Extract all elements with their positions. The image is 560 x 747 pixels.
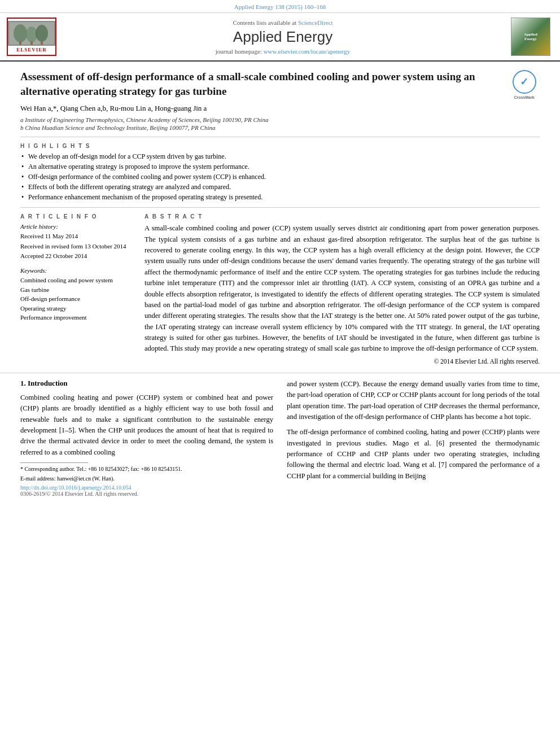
article-info-col: A R T I C L E I N F O Article history: R… — [20, 213, 133, 365]
science-direct-prefix: Contents lists available at — [233, 19, 298, 26]
abstract-text: A small-scale combined cooling and power… — [145, 223, 540, 355]
body-two-col: 1. Introduction Combined cooling heating… — [20, 379, 540, 497]
intro-paragraph-2: and power system (CCP). Because the ener… — [287, 379, 540, 423]
accepted-date: Accepted 22 October 2014 — [20, 251, 133, 261]
footnote-email: E-mail address: hanwei@iet.cn (W. Han). — [20, 475, 273, 483]
homepage-url[interactable]: www.elsevier.com/locate/apenergy — [264, 48, 351, 55]
body-content: 1. Introduction Combined cooling heating… — [0, 373, 560, 505]
svg-rect-4 — [19, 41, 21, 45]
elsevier-logo: ELSEVIER — [7, 18, 58, 56]
svg-point-2 — [26, 27, 37, 42]
journal-badge: AppliedEnergy — [508, 18, 553, 56]
authors-line: Wei Han a,*, Qiang Chen a,b, Ru-mou Lin … — [20, 104, 540, 113]
highlight-item-3: Off-design performance of the combined c… — [20, 173, 540, 181]
divider-1 — [20, 137, 540, 137]
footnote-corresponding: * Corresponding author. Tel.: +86 10 825… — [20, 465, 273, 473]
svg-point-3 — [36, 25, 48, 42]
article-history: Article history: Received 11 May 2014 Re… — [20, 223, 133, 261]
abstract-header: A B S T R A C T — [145, 213, 540, 220]
copyright-text: © 2014 Elsevier Ltd. All rights reserved… — [145, 358, 540, 365]
keyword-5: Performance improvement — [20, 313, 133, 322]
highlight-item-2: An alternative operating strategy is pro… — [20, 163, 540, 171]
svg-rect-5 — [30, 41, 33, 45]
history-label: Article history: — [20, 223, 133, 230]
keyword-4: Operating strategy — [20, 304, 133, 313]
crossmark-label: CrossMark — [514, 95, 534, 100]
svg-point-1 — [14, 24, 27, 42]
article-info-abstract: A R T I C L E I N F O Article history: R… — [20, 213, 540, 365]
homepage-prefix: journal homepage: — [216, 48, 264, 55]
highlight-item-5: Performance enhancement mechanism of the… — [20, 193, 540, 202]
keywords-label: Keywords: — [20, 267, 133, 274]
keywords-section: Keywords: Combined cooling and power sys… — [20, 267, 133, 322]
received-date: Received 11 May 2014 — [20, 231, 133, 242]
keyword-3: Off-design performance — [20, 294, 133, 304]
badge-label: AppliedEnergy — [524, 32, 537, 42]
affiliation-a: a Institute of Engineering Thermophysics… — [20, 116, 540, 123]
keyword-2: Gas turbine — [20, 285, 133, 295]
highlights-header: H I G H L I G H T S — [20, 143, 540, 149]
journal-info: Contents lists available at ScienceDirec… — [58, 19, 508, 55]
intro-p1-text: Combined cooling heating and power (CCHP… — [20, 394, 273, 456]
journal-title: Applied Energy — [63, 28, 502, 46]
applied-energy-badge-image: AppliedEnergy — [511, 18, 550, 56]
highlights-list: We develop an off-design model for a CCP… — [20, 152, 540, 202]
journal-citation: Applied Energy 138 (2015) 160–168 — [234, 3, 326, 10]
keyword-1: Combined cooling and power system — [20, 276, 133, 285]
affiliation-b: b China Huadian Science and Technology I… — [20, 124, 540, 131]
article-info-header: A R T I C L E I N F O — [20, 213, 133, 220]
divider-2 — [20, 207, 540, 208]
article-title: Assessment of off-design performance of … — [20, 69, 540, 98]
footnote-divider — [20, 462, 88, 463]
highlight-item-4: Effects of both the different operating … — [20, 183, 540, 191]
body-col-right: and power system (CCP). Because the ener… — [287, 379, 540, 497]
highlight-item-1: We develop an off-design model for a CCP… — [20, 152, 540, 161]
footer-doi-link[interactable]: http://dx.doi.org/10.1016/j.apenergy.201… — [20, 484, 131, 491]
abstract-col: A B S T R A C T A small-scale combined c… — [145, 213, 540, 365]
intro-paragraph-1: Combined cooling heating and power (CCHP… — [20, 392, 273, 458]
journal-homepage: journal homepage: www.elsevier.com/locat… — [63, 48, 502, 55]
elsevier-text: ELSEVIER — [16, 47, 47, 53]
crossmark-icon: ✓ — [513, 70, 536, 94]
science-direct-link[interactable]: ScienceDirect — [298, 19, 333, 26]
journal-bar: Applied Energy 138 (2015) 160–168 — [0, 0, 560, 13]
footer-issn: 0306-2619/© 2014 Elsevier Ltd. All right… — [20, 491, 273, 497]
intro-paragraph-3: The off-design performance of combined c… — [287, 427, 540, 482]
received-revised-date: Received in revised form 13 October 2014 — [20, 242, 133, 252]
journal-header: ELSEVIER Contents lists available at Sci… — [0, 13, 560, 62]
article-main: Assessment of off-design performance of … — [0, 62, 560, 373]
crossmark-badge: ✓ CrossMark — [509, 69, 540, 101]
svg-rect-6 — [41, 41, 43, 45]
intro-section-title: 1. Introduction — [20, 379, 273, 388]
title-text: Assessment of off-design performance of … — [20, 71, 475, 97]
body-col-left: 1. Introduction Combined cooling heating… — [20, 379, 273, 497]
authors-text: Wei Han a,*, Qiang Chen a,b, Ru-mou Lin … — [20, 104, 207, 112]
science-direct-line: Contents lists available at ScienceDirec… — [63, 19, 502, 26]
